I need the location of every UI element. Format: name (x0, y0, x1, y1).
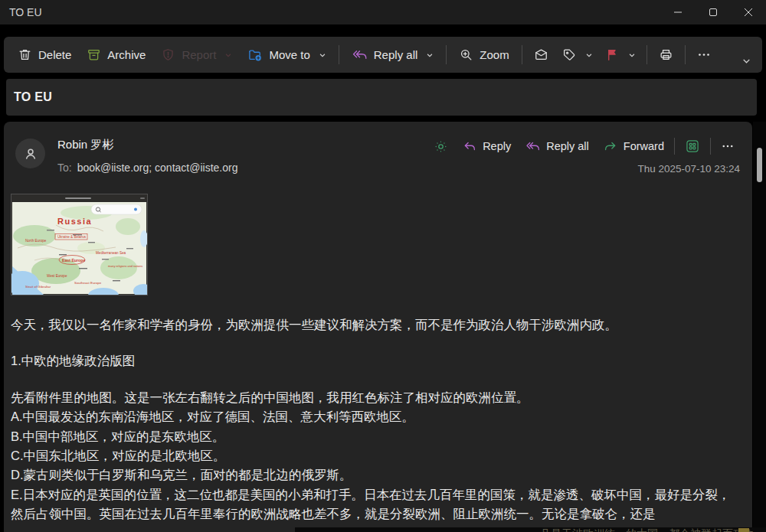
report-label: Report (182, 48, 216, 61)
person-icon (22, 145, 39, 162)
ellipsis-icon (696, 47, 712, 62)
zoom-button[interactable]: Zoom (451, 42, 516, 67)
ellipsis-icon (721, 139, 735, 153)
reply-all-icon (352, 47, 368, 62)
read-unread-button[interactable] (527, 42, 555, 67)
zoom-icon (459, 47, 473, 62)
body-paragraph: C.中国东北地区，对应的是北欧地区。 (11, 446, 738, 465)
scrollbar-thumb[interactable] (757, 148, 762, 182)
sender-name[interactable]: Robin 罗彬 (57, 138, 113, 152)
trash-icon (18, 47, 32, 62)
chevron-down-icon (585, 51, 593, 59)
svg-text:Ukraine & Belarus: Ukraine & Belarus (57, 235, 87, 239)
chevron-down-icon (319, 51, 326, 59)
apps-grid-icon (685, 139, 700, 154)
close-icon (744, 8, 753, 17)
email-card: Robin 罗彬 To:book@iiste.org; contact@iist… (4, 122, 752, 532)
body-paragraph: 今天，我仅以一名作家和学者的身份，为欧洲提供一些建议和解决方案，而不是作为政治人… (11, 315, 738, 335)
forward-button[interactable]: Forward (596, 135, 671, 158)
toolbar: Delete Archive Report Move to Reply all … (4, 37, 762, 73)
toolbar-separator (647, 45, 647, 64)
recipients-row: To:book@iiste.org; contact@iiste.org (57, 162, 237, 174)
chevron-down-icon (224, 51, 232, 59)
recipient-addresses[interactable]: book@iiste.org; contact@iiste.org (77, 162, 238, 174)
body-paragraph: D.蒙古则类似于白罗斯和乌克兰，面对的都是北边的俄罗斯。 (11, 465, 738, 485)
flag-icon (605, 47, 620, 62)
toolbar-separator (522, 45, 522, 64)
window-controls (660, 0, 766, 24)
minimize-button[interactable] (660, 0, 696, 24)
reply-all-button[interactable]: Reply all (344, 42, 442, 67)
apps-button[interactable] (678, 134, 707, 158)
close-button[interactable] (731, 0, 766, 24)
message-body: 今天，我仅以一名作家和学者的身份，为欧洲提供一些建议和解决方案，而不是作为政治人… (11, 315, 738, 524)
categorize-button[interactable] (555, 42, 599, 67)
toolbar-separator (685, 45, 686, 64)
maximize-button[interactable] (696, 0, 731, 24)
toolbar-separator (339, 45, 339, 64)
svg-text:Russia: Russia (57, 217, 92, 226)
chevron-down-icon (628, 51, 636, 59)
printer-icon (658, 47, 674, 62)
ribbon-collapse-button[interactable] (737, 53, 756, 73)
maximize-icon (709, 8, 718, 17)
reply-button[interactable]: Reply (455, 135, 518, 158)
subject-bar: TO EU (6, 79, 757, 116)
svg-text:Strait of Gibraltar: Strait of Gibraltar (25, 285, 51, 289)
svg-text:North Europe: North Europe (25, 239, 47, 243)
actions-separator (674, 138, 675, 155)
envelope-icon (533, 47, 549, 62)
archive-icon (87, 47, 101, 62)
svg-text:East Europe: East Europe (62, 258, 85, 263)
move-folder-icon (247, 47, 263, 63)
report-button[interactable]: Report (153, 42, 240, 67)
message-actions: Reply Reply all Forward (427, 134, 741, 158)
archive-label: Archive (107, 48, 146, 61)
actions-separator (710, 138, 711, 155)
forward-icon (603, 139, 618, 153)
email-subject: TO EU (14, 90, 52, 104)
scrollbar-track[interactable] (753, 122, 766, 532)
window-titlebar: TO EU (0, 0, 766, 24)
summarize-button[interactable] (427, 135, 455, 158)
more-actions-button[interactable] (714, 135, 741, 158)
body-paragraph: E.日本对应的是英国的位置，这二位也都是美国的小弟和打手。日本在过去几百年里的国… (11, 485, 738, 524)
reply-all-label: Reply all (546, 140, 589, 152)
toolbar-separator (446, 45, 447, 64)
reply-all-label: Reply all (374, 48, 418, 61)
reply-all-icon (525, 139, 541, 153)
zoom-label: Zoom (480, 48, 509, 61)
clipped-background-text: 凡是干涉欧洲统一的大国，都会被群起而攻之 (540, 527, 755, 532)
print-button[interactable] (652, 42, 680, 67)
body-paragraph: A.中国最发达的东南沿海地区，对应了德国、法国、意大利等西欧地区。 (11, 407, 738, 426)
reply-all-button-header[interactable]: Reply all (518, 135, 596, 158)
chevron-down-icon (741, 56, 751, 66)
report-shield-icon (161, 47, 175, 62)
delete-button[interactable]: Delete (10, 42, 79, 67)
map-graphic: Russia Ukraine & Belarus North Europe Ea… (11, 194, 147, 295)
chevron-down-icon (426, 51, 434, 59)
reply-icon (462, 139, 477, 153)
background-window-sliver: 凡是干涉欧洲统一的大国，都会被群起而攻之 (295, 527, 766, 532)
body-paragraph: 先看附件里的地图。这是一张左右翻转之后的中国地图，我用红色标注了相对应的欧洲位置… (11, 388, 738, 407)
tag-icon (561, 47, 577, 62)
archive-button[interactable]: Archive (79, 42, 153, 67)
window-title: TO EU (9, 6, 42, 18)
svg-text:West Europe: West Europe (47, 274, 67, 278)
embedded-map-image[interactable]: Russia Ukraine & Belarus North Europe Ea… (11, 194, 148, 295)
move-to-label: Move to (269, 48, 309, 61)
sun-icon (434, 139, 448, 154)
more-commands-button[interactable] (690, 42, 718, 67)
forward-label: Forward (624, 140, 664, 152)
avatar[interactable] (15, 139, 45, 168)
svg-text:Southeast Europe: Southeast Europe (74, 281, 102, 285)
body-paragraph: 1.中欧的地缘政治版图 (11, 351, 738, 370)
svg-text:many religions and nations: many religions and nations (108, 265, 142, 268)
flag-button[interactable] (599, 42, 642, 67)
reply-label: Reply (483, 140, 511, 152)
move-to-button[interactable]: Move to (240, 42, 333, 68)
body-paragraph: B.中国中部地区，对应的是东欧地区。 (11, 427, 738, 446)
message-timestamp: Thu 2025-07-10 23:24 (637, 163, 740, 175)
svg-text:Mediterranean Sea: Mediterranean Sea (96, 251, 126, 255)
delete-label: Delete (38, 48, 71, 61)
